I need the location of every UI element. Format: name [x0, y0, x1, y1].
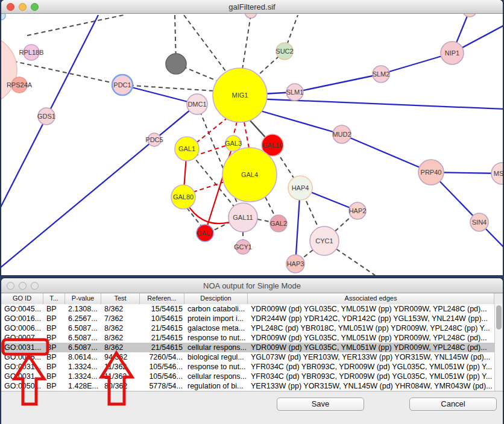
cell-p: 2.1308... [65, 304, 101, 314]
node-label-CYC1: CYC1 [315, 237, 333, 245]
node-label-RPS24A: RPS24A [7, 81, 33, 89]
cell-edges: YGL073W (pd) YER103W, YER133W (pp) YOR31… [248, 352, 494, 362]
cell-test: 11/362 [101, 372, 140, 381]
cell-edges: YDR009W (pd) YGL035C, YML051W (pp) YDR00… [248, 343, 494, 352]
table-row[interactable]: GO:0031...BP1.3324...11/362105/546...cel… [1, 372, 494, 381]
cell-go: GO:0045... [1, 304, 43, 314]
node-label-MS: MS [494, 170, 503, 177]
node-unlabeled[interactable] [1, 14, 5, 20]
cell-p: 6.5087... [65, 343, 101, 352]
cell-type: BP [43, 304, 65, 314]
column-header-desciption[interactable]: Desciption [184, 293, 248, 304]
network-window-title: galFiltered.sif [1, 2, 503, 11]
cell-go: GO:0031... [1, 362, 43, 372]
cell-p: 1.428E... [65, 381, 101, 391]
cell-go: GO:0050... [1, 381, 43, 391]
node-unlabeled[interactable] [1, 35, 17, 105]
cell-edges: YDR244W (pp) YDR142C, YDR142C (pp) YGL15… [248, 314, 494, 323]
node-unlabeled[interactable] [245, 14, 257, 18]
noa-window: NOA output for Single Mode GO IDT...P-va… [1, 278, 503, 424]
network-graph[interactable]: RPL18BRPS24AGDS1PDC1PDC5MIG1DMC1SUC2SLM1… [1, 14, 503, 275]
table-row[interactable]: GO:0065...BP8.0614...94/3627260/54...bio… [1, 352, 494, 362]
node-label-SLM2: SLM2 [373, 70, 390, 78]
cancel-button[interactable]: Cancel [409, 398, 497, 411]
column-header-referen-[interactable]: Referen... [140, 293, 184, 304]
edge [242, 15, 251, 69]
cell-type: BP [43, 314, 65, 323]
cell-desc: biological regul... [184, 352, 248, 362]
cell-desc: regulation of bi... [184, 381, 248, 391]
cell-edges: YFR034C (pd) YBR093C, YDR009W (pd) YGL03… [248, 372, 494, 381]
table-row[interactable]: GO:0007...BP6.5087...8/36221/54615respon… [1, 333, 494, 343]
cell-go: GO:0007... [1, 333, 43, 343]
node-label-MUD2: MUD2 [332, 131, 351, 138]
cell-test: 8/362 [101, 343, 140, 352]
table-row[interactable]: GO:0006...BP6.5087...8/36221/54615galact… [1, 323, 494, 333]
cell-ref: 15/54615 [140, 304, 184, 314]
cell-type: BP [43, 352, 65, 362]
cell-ref: 21/54615 [140, 323, 184, 333]
cell-p: 1.3324... [65, 362, 101, 372]
cell-go: GO:0031... [1, 372, 43, 381]
cell-p: 6.5087... [65, 333, 101, 343]
node-label-SLM1: SLM1 [286, 89, 304, 96]
node-unlabeled[interactable] [462, 14, 477, 17]
table-row[interactable]: GO:0031...BP6.5087...8/36221/54615cellul… [1, 343, 494, 352]
table-scrollbar[interactable] [494, 304, 503, 391]
cell-ref: 7260/54... [140, 352, 184, 362]
cell-p: 1.3324... [65, 372, 101, 381]
column-header-go-id[interactable]: GO ID [1, 293, 43, 304]
table-row[interactable]: GO:0031...BP1.3324...11/362105/546...res… [1, 362, 494, 372]
column-header-test[interactable]: Test [101, 293, 140, 304]
cell-type: BP [43, 372, 65, 381]
cell-ref: 105/546... [140, 362, 184, 372]
edge [1, 104, 197, 268]
cell-test: 8/362 [101, 333, 140, 343]
cell-edges: YDR009W (pd) YGL035C, YML051W (pp) YDR00… [248, 333, 494, 343]
node-label-RPL18B: RPL18B [19, 49, 44, 56]
edge [184, 15, 228, 74]
save-button[interactable]: Save [277, 398, 364, 411]
cell-test: 94/362 [101, 352, 140, 362]
cell-test: 8/362 [101, 323, 140, 333]
network-window-titlebar[interactable]: galFiltered.sif [1, 0, 503, 14]
scrollbar-thumb[interactable] [496, 305, 502, 329]
edge [295, 74, 381, 92]
cell-ref: 21/54615 [140, 343, 184, 352]
node-unlabeled[interactable] [166, 54, 186, 74]
cell-ref: 10/54615 [140, 314, 184, 323]
cell-go: GO:0031... [1, 343, 43, 352]
node-label-GAL2: GAL2 [270, 220, 287, 227]
table-row[interactable]: GO:0045...BP2.1308...8/36215/54615carbon… [1, 304, 494, 314]
node-label-SUC2: SUC2 [276, 48, 293, 55]
cell-p: 6.5087... [65, 323, 101, 333]
cell-go: GO:0016... [1, 314, 43, 323]
table-header: GO IDT...P-valueTestReferen...Desciption… [1, 293, 494, 305]
cell-edges: YFR034C (pd) YBR093C, YDR009W (pd) YGL03… [248, 362, 494, 372]
node-label-HAP4: HAP4 [292, 184, 309, 192]
noa-window-title: NOA output for Single Mode [1, 281, 503, 290]
node-label-GAL11: GAL11 [233, 214, 253, 221]
cell-test: 80/362 [101, 381, 140, 391]
cell-test: 8/362 [101, 304, 140, 314]
cell-type: BP [43, 323, 65, 333]
button-bar: Save Cancel [1, 391, 503, 424]
cell-desc: cellular respons... [184, 372, 248, 381]
table-row[interactable]: GO:0050...BP1.428E...80/3625778/54...reg… [1, 381, 494, 391]
table-row[interactable]: GO:0016...BP6.2567...7/36210/54615protei… [1, 314, 494, 323]
column-header-p-value[interactable]: P-value [65, 293, 101, 304]
node-label-GAL10: GAL10 [262, 142, 283, 149]
noa-window-titlebar[interactable]: NOA output for Single Mode [1, 278, 503, 293]
node-label-GAL7: GAL7 [197, 229, 213, 237]
node-label-SIN4: SIN4 [472, 219, 487, 226]
cell-type: BP [43, 333, 65, 343]
node-label-GCY1: GCY1 [234, 243, 252, 251]
cell-desc: carbon cataboli... [184, 304, 248, 314]
cell-desc: response to nut... [184, 333, 248, 343]
network-canvas[interactable]: RPL18BRPS24AGDS1PDC1PDC5MIG1DMC1SUC2SLM1… [1, 14, 503, 275]
node-label-GDS1: GDS1 [37, 113, 55, 120]
column-header-t-[interactable]: T... [43, 293, 65, 304]
cell-ref: 5778/54... [140, 381, 184, 391]
column-header-associated-edges[interactable]: Associated edges [248, 293, 494, 304]
cell-go: GO:0065... [1, 352, 43, 362]
